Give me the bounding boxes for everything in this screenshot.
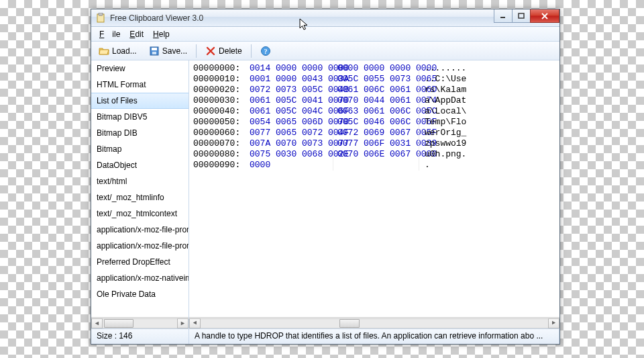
help-icon: ? (260, 46, 271, 56)
scroll-right-icon[interactable]: ► (177, 318, 189, 328)
hex-group: 0072 0069 0067 005F (333, 128, 419, 138)
hex-group: 0001 0000 0043 003A (247, 74, 333, 85)
hex-group: 007A 0070 0073 0077 (247, 138, 333, 149)
content-area: PreviewHTML FormatList of FilesBitmap DI… (91, 60, 559, 329)
hex-group: 0077 0065 0072 004F (247, 128, 333, 138)
hex-group: 0070 006E 0067 0000 (333, 149, 419, 160)
svg-rect-1 (99, 13, 103, 15)
menubar: File Edit Help (91, 27, 559, 42)
hex-offset: 00000020: (193, 85, 247, 95)
hex-group: 0061 006C 0061 006D (333, 85, 419, 95)
hex-row: 00000020:0072 0073 005C 004B0061 006C 00… (193, 85, 555, 95)
format-item[interactable]: HTML Format (91, 77, 189, 93)
hex-ascii: . (419, 160, 430, 171)
hex-ascii: Temp\Flo (419, 117, 466, 128)
delete-button[interactable]: Delete (201, 44, 247, 58)
hex-offset: 00000030: (193, 95, 247, 106)
format-item[interactable]: Bitmap (91, 141, 189, 157)
hex-group: 0072 0073 005C 004B (247, 85, 333, 95)
hex-body[interactable]: 00000000:0014 0000 0000 00000000 0000 00… (189, 60, 559, 317)
load-label: Load... (112, 46, 137, 56)
hex-row: 00000060:0077 0065 0072 004F0072 0069 00… (193, 128, 555, 138)
format-item[interactable]: DataObject (91, 157, 189, 173)
format-list[interactable]: PreviewHTML FormatList of FilesBitmap DI… (91, 60, 189, 317)
status-description: A handle to type HDROP that identifies a… (189, 329, 559, 344)
svg-rect-2 (519, 13, 524, 18)
hex-group: 005C 0055 0073 0065 (333, 74, 419, 85)
format-item[interactable]: application/x-moz-nativeimage (91, 270, 189, 286)
menu-file[interactable]: File (95, 28, 124, 40)
hex-group: 0061 005C 0041 0070 (247, 95, 333, 106)
delete-x-icon (205, 46, 216, 56)
toolbar-separator (196, 44, 197, 58)
toolbar-separator (251, 44, 252, 58)
hex-group: 0054 0065 006D 0070 (247, 117, 333, 128)
format-item[interactable]: application/x-moz-file-promise (91, 222, 189, 238)
hex-offset: 00000060: (193, 128, 247, 138)
help-button[interactable]: ? (256, 44, 276, 58)
scroll-track[interactable] (103, 318, 177, 328)
hex-ascii: u0h.png. (419, 149, 466, 160)
format-item[interactable]: Ole Private Data (91, 286, 189, 302)
scroll-left-icon[interactable]: ◄ (189, 318, 201, 328)
window-controls (494, 9, 559, 23)
save-label: Save... (162, 46, 187, 56)
hex-group: 0075 0030 0068 002E (247, 149, 333, 160)
hex-hscroll[interactable]: ◄ ► (189, 317, 559, 328)
menu-help[interactable]: Help (149, 28, 174, 40)
close-button[interactable] (530, 9, 559, 23)
format-item[interactable]: Bitmap DIBV5 (91, 109, 189, 125)
hex-ascii: ........ (419, 63, 466, 74)
hex-group: 0077 006F 0031 0039 (333, 138, 419, 149)
hex-row: 00000090:0000. (193, 160, 555, 171)
hex-row: 00000040:0061 005C 004C 006F0063 0061 00… (193, 106, 555, 117)
scroll-track[interactable] (201, 318, 548, 328)
format-item[interactable]: Bitmap DIB (91, 125, 189, 141)
hex-ascii: werOrig_ (419, 128, 466, 138)
format-item[interactable]: text/html (91, 173, 189, 189)
hex-row: 00000000:0014 0000 0000 00000000 0000 00… (193, 63, 555, 74)
svg-rect-4 (152, 48, 157, 50)
hex-row: 00000030:0061 005C 0041 00700070 0044 00… (193, 95, 555, 106)
delete-label: Delete (219, 46, 242, 56)
format-item[interactable]: text/_moz_htmlcontext (91, 206, 189, 222)
hex-offset: 00000070: (193, 138, 247, 149)
save-button[interactable]: Save... (144, 44, 192, 58)
titlebar[interactable]: Free Clipboard Viewer 3.0 (91, 9, 559, 27)
maximize-button[interactable] (512, 9, 531, 23)
hex-offset: 00000050: (193, 117, 247, 128)
hex-group: 0000 0000 0000 0000 (333, 63, 419, 74)
hex-ascii: zpswwo19 (419, 138, 466, 149)
hex-group: 0000 (247, 160, 333, 171)
scroll-right-icon[interactable]: ► (548, 318, 559, 328)
scroll-thumb[interactable] (339, 319, 360, 328)
format-item[interactable]: Preview (91, 60, 189, 77)
hex-viewer: 00000000:0014 0000 0000 00000000 0000 00… (189, 60, 559, 328)
hex-ascii: a\AppDat (419, 95, 466, 106)
format-item[interactable]: List of Files (91, 93, 189, 109)
status-size: Size : 146 (91, 329, 189, 344)
folder-open-icon (99, 46, 109, 56)
app-icon (95, 13, 106, 24)
hex-group: 0063 0061 006C 005C (333, 106, 419, 117)
hex-ascii: a\Local\ (419, 106, 466, 117)
load-button[interactable]: Load... (94, 44, 142, 58)
format-item[interactable]: application/x-moz-file-promise (91, 238, 189, 254)
menu-edit[interactable]: Edit (125, 28, 148, 40)
hex-row: 00000070:007A 0070 0073 00770077 006F 00… (193, 138, 555, 149)
hex-group: 0070 0044 0061 0074 (333, 95, 419, 106)
hex-offset: 00000010: (193, 74, 247, 85)
minimize-button[interactable] (494, 9, 513, 23)
hex-group: 005C 0046 006C 006F (333, 117, 419, 128)
floppy-icon (149, 46, 160, 56)
scroll-left-icon[interactable]: ◄ (91, 318, 103, 328)
hex-offset: 00000080: (193, 149, 247, 160)
hex-row: 00000010:0001 0000 0043 003A005C 0055 00… (193, 74, 555, 85)
scroll-thumb[interactable] (104, 319, 133, 328)
sidebar-hscroll[interactable]: ◄ ► (91, 317, 189, 328)
hex-row: 00000080:0075 0030 0068 002E0070 006E 00… (193, 149, 555, 160)
format-item[interactable]: Preferred DropEffect (91, 254, 189, 270)
hex-ascii: rs\Kalam (419, 85, 466, 95)
format-item[interactable]: text/_moz_htmlinfo (91, 189, 189, 206)
hex-group: 0014 0000 0000 0000 (247, 63, 333, 74)
